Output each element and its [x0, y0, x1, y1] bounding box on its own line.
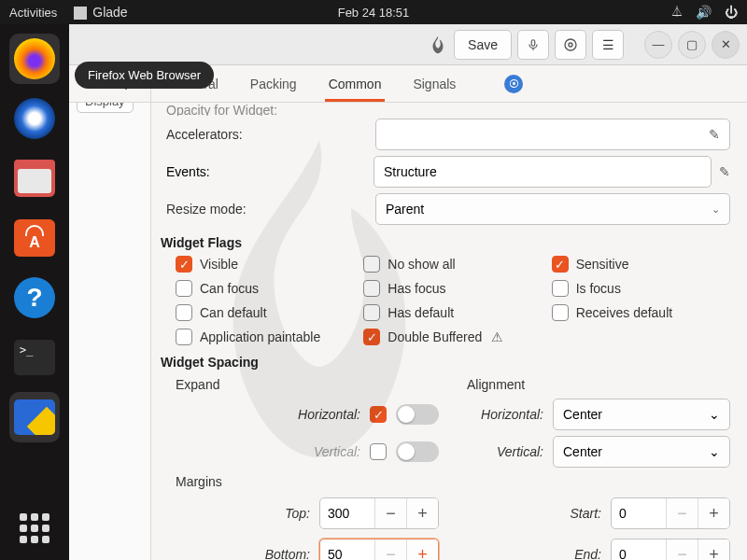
flag-is-focus[interactable]: Is focus [552, 278, 730, 299]
dock-terminal[interactable]: >_ [9, 332, 60, 383]
clock[interactable]: Feb 24 18:51 [338, 6, 410, 20]
dock-files[interactable] [9, 153, 60, 203]
mic-button[interactable] [517, 30, 549, 60]
margin-top-spin[interactable]: −+ [319, 497, 439, 529]
dock-software[interactable] [9, 213, 60, 263]
flag-can-default[interactable]: Can default [176, 302, 354, 323]
margin-end-label: End: [467, 547, 601, 560]
expand-horizontal-label: Horizontal: [176, 407, 360, 422]
chevron-down-icon: ⌄ [709, 444, 720, 459]
svg-rect-0 [531, 39, 535, 45]
dock-thunderbird[interactable] [9, 93, 60, 144]
margin-start-spin[interactable]: −+ [611, 497, 730, 529]
selected-widget[interactable]: Display [77, 103, 134, 113]
glade-window: Save ☰ — ▢ ✕ ⌄ ⋮ General Packing Common … [69, 24, 747, 560]
flag-sensitive[interactable]: ✓Sensitive [552, 254, 730, 274]
warning-icon: ⚠ [491, 329, 503, 344]
margin-top-minus[interactable]: − [374, 498, 406, 528]
tab-packing[interactable]: Packing [248, 67, 299, 101]
expand-horizontal-check[interactable]: ✓ [370, 404, 387, 425]
accelerators-input[interactable]: ✎ [375, 119, 730, 150]
opacity-label: Opacity for Widget: [161, 103, 730, 116]
align-vertical-select[interactable]: Center⌄ [553, 436, 730, 468]
events-input[interactable]: Structure [374, 156, 712, 188]
help-icon: ? [14, 277, 55, 318]
minimize-button[interactable]: — [644, 31, 672, 59]
chevron-down-icon: ⌄ [712, 203, 720, 216]
edit-icon[interactable]: ✎ [709, 127, 720, 142]
flag-has-default[interactable]: Has default [363, 302, 542, 323]
expand-vertical-label: Vertical: [176, 444, 360, 459]
margin-bottom-spin[interactable]: −+ [319, 539, 439, 560]
power-icon[interactable]: ⏻ [725, 5, 738, 20]
chevron-down-icon: ⌄ [709, 407, 720, 422]
widget-spacing-heading: Widget Spacing [161, 347, 730, 373]
resize-mode-label: Resize mode: [161, 202, 366, 217]
tab-signals[interactable]: Signals [411, 67, 458, 101]
flag-receives-default[interactable]: Receives default [552, 302, 730, 323]
titlebar: Save ☰ — ▢ ✕ [69, 24, 747, 65]
save-button[interactable]: Save [454, 30, 512, 60]
margin-end-spin[interactable]: −+ [611, 539, 730, 560]
accessibility-icon[interactable]: ⦿ [504, 75, 523, 93]
glade-logo-icon [428, 35, 448, 55]
margin-top-plus[interactable]: + [406, 498, 438, 528]
mic-icon [527, 38, 540, 51]
properties-pane[interactable]: Opacity for Widget: Accelerators: ✎ Even… [151, 103, 747, 560]
glade-icon [74, 7, 87, 20]
volume-icon[interactable]: 🔊 [696, 5, 712, 20]
dock-firefox[interactable] [9, 34, 60, 84]
flag-app-paintable[interactable]: Application paintable [176, 327, 354, 347]
expand-vertical-check[interactable] [370, 441, 387, 462]
hamburger-icon: ☰ [602, 37, 614, 52]
margin-end-plus[interactable]: + [698, 539, 729, 560]
margin-start-input[interactable] [612, 498, 666, 528]
close-button[interactable]: ✕ [712, 31, 740, 59]
resize-mode-select[interactable]: Parent⌄ [375, 193, 730, 225]
align-horizontal-select[interactable]: Center⌄ [553, 399, 730, 430]
dock-help[interactable]: ? [9, 273, 60, 323]
flag-can-focus[interactable]: Can focus [176, 278, 354, 299]
thunderbird-icon [14, 98, 55, 139]
margin-bottom-label: Bottom: [176, 547, 310, 560]
network-icon[interactable]: ⏃ [671, 6, 683, 19]
svg-point-2 [565, 39, 576, 50]
widget-flags-heading: Widget Flags [161, 228, 730, 254]
svg-point-1 [569, 43, 572, 47]
margin-start-plus[interactable]: + [698, 498, 729, 528]
maximize-button[interactable]: ▢ [678, 31, 706, 59]
terminal-icon: >_ [14, 340, 55, 375]
expand-horizontal-switch[interactable] [396, 404, 439, 425]
events-edit-icon[interactable]: ✎ [719, 164, 730, 179]
accelerators-label: Accelerators: [161, 127, 366, 142]
activities-button[interactable]: Activities [9, 6, 57, 20]
events-label: Events: [161, 164, 366, 179]
files-icon [14, 160, 55, 197]
widget-tree-pane: Display [69, 103, 151, 560]
margin-bottom-plus[interactable]: + [406, 539, 438, 560]
tab-common[interactable]: Common [327, 67, 384, 101]
flag-no-show-all[interactable]: No show all [363, 254, 542, 274]
settings-button[interactable] [555, 30, 586, 60]
margin-bottom-input[interactable] [320, 539, 374, 560]
flag-visible[interactable]: ✓Visible [176, 254, 354, 274]
margin-top-input[interactable] [320, 498, 374, 528]
flag-double-buffered[interactable]: ✓Double Buffered⚠ [363, 327, 542, 347]
dock-glade[interactable] [9, 392, 60, 442]
gear-icon [563, 37, 578, 52]
glade-app-icon [14, 399, 55, 435]
alignment-heading: Alignment [467, 373, 730, 396]
software-icon [14, 219, 55, 257]
menu-button[interactable]: ☰ [592, 30, 624, 60]
margin-start-minus[interactable]: − [666, 498, 698, 528]
show-applications[interactable] [16, 510, 53, 547]
align-horizontal-label: Horizontal: [467, 407, 543, 422]
margin-bottom-minus[interactable]: − [374, 539, 406, 560]
expand-vertical-switch[interactable] [396, 441, 439, 462]
active-app[interactable]: Glade [74, 5, 127, 21]
flag-has-focus[interactable]: Has focus [363, 278, 542, 299]
top-bar: Activities Glade Feb 24 18:51 ⏃ 🔊 ⏻ [0, 0, 747, 24]
margin-end-minus[interactable]: − [666, 539, 698, 560]
margin-end-input[interactable] [612, 539, 666, 560]
margins-heading: Margins [176, 470, 439, 493]
